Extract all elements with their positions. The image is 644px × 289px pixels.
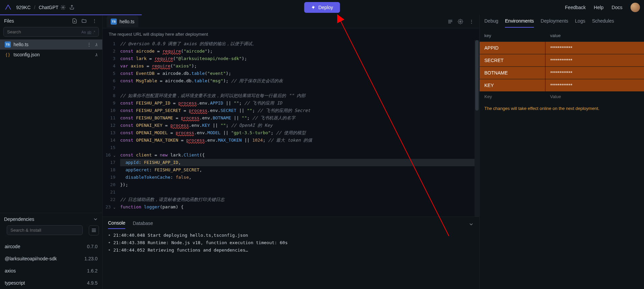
tab-deployments[interactable]: Deployments [541, 18, 568, 28]
code-line[interactable]: function logger(param) { [120, 203, 479, 211]
code-line[interactable]: const FEISHU_APP_SECRET = process.env.SE… [120, 107, 479, 114]
code-line[interactable]: appSecret: FEISHU_APP_SECRET, [120, 166, 479, 174]
code-line[interactable]: const EventDB = aircode.db.table("event"… [120, 70, 479, 77]
file-list: TShello.ts⋮λ{ }tsconfig.jsonλ [0, 39, 102, 60]
code-line[interactable] [120, 189, 479, 196]
file-name: tsconfig.json [14, 52, 40, 57]
env-value[interactable]: ************ [545, 79, 644, 92]
right-panel: DebugEnvironmentsDeploymentsLogsSchedule… [479, 15, 644, 289]
code-line[interactable]: const FEISHU_BOTNAME = process.env.BOTNA… [120, 114, 479, 122]
settings-icon[interactable] [458, 19, 463, 24]
code-line[interactable]: const OPENAI_MODEL = process.env.MODEL |… [120, 129, 479, 137]
search-case-icon[interactable]: Aa [81, 30, 86, 34]
topbar-right: Feedback Help Docs [565, 3, 640, 12]
env-value-input[interactable] [550, 94, 639, 99]
env-row[interactable]: APPID************ [480, 42, 644, 54]
dep-row[interactable]: aircode0.7.0 [0, 240, 102, 253]
gear-icon[interactable] [60, 5, 66, 10]
env-row[interactable]: SECRET************ [480, 54, 644, 67]
breadcrumb-project[interactable]: 929KC [16, 5, 31, 10]
code-line[interactable]: const aircode = require("aircode"); [120, 48, 479, 55]
code-line[interactable]: var axios = require("axios"); [120, 62, 479, 70]
code-line[interactable] [120, 85, 479, 92]
code-line[interactable]: const lark = require("@larksuiteoapi/nod… [120, 55, 479, 62]
dependencies-header[interactable]: Dependencies [0, 213, 102, 225]
chevron-down-icon[interactable] [93, 216, 98, 222]
code-line[interactable]: appId: FEISHU_APP_ID, [120, 159, 479, 166]
env-value[interactable]: ************ [545, 54, 644, 67]
env-table: key value APPID************SECRET*******… [480, 30, 644, 101]
console-body[interactable]: 21:40:40.048 Start deploying hello.ts,ts… [103, 229, 479, 289]
list-icon[interactable] [448, 19, 453, 24]
console-tab-console[interactable]: Console [108, 220, 125, 229]
env-row[interactable]: BOTNAME************ [480, 67, 644, 79]
file-more-icon[interactable]: ⋮ [85, 42, 93, 47]
files-search-input[interactable] [7, 29, 81, 34]
deps-search-input[interactable] [10, 228, 79, 233]
new-folder-icon[interactable] [81, 18, 87, 24]
code-line[interactable]: // 如果你不想配置环境变量，或环境变量不生效，则可以把结果填写在每一行最后的 … [120, 92, 479, 99]
code-line[interactable]: const FEISHU_APP_ID = process.env.APPID … [120, 99, 479, 107]
tab-debug[interactable]: Debug [484, 18, 498, 28]
code-line[interactable]: }); [120, 181, 479, 189]
share-icon[interactable] [69, 5, 75, 10]
code-line[interactable]: // 日志辅助函数，请贡献者使用此函数打印关键日志 [120, 196, 479, 203]
help-link[interactable]: Help [594, 5, 603, 10]
code-line[interactable]: const MsgTable = aircode.db.table("msg")… [120, 77, 479, 85]
breadcrumb-app[interactable]: ChatGPT [39, 5, 66, 10]
deps-menu-button[interactable] [89, 225, 99, 235]
dep-row[interactable]: axios1.6.2 [0, 265, 102, 277]
env-row[interactable]: KEY************ [480, 79, 644, 92]
code-line[interactable]: const OPENAI_KEY = process.env.KEY || ""… [120, 122, 479, 129]
env-value[interactable]: ************ [545, 67, 644, 79]
deploy-button[interactable]: Deploy [304, 2, 340, 13]
editor-gutter: 12345678910111213141516 ⌄17181920212223 … [103, 40, 120, 216]
editor-more-icon[interactable]: ⋮ [468, 19, 475, 24]
code-line[interactable]: const client = new lark.Client({ [120, 151, 479, 159]
file-row[interactable]: { }tsconfig.jsonλ [0, 50, 102, 60]
deps-search[interactable] [7, 225, 83, 235]
files-search[interactable]: Aa ab .* [3, 27, 99, 37]
search-regex-icon[interactable]: .* [93, 30, 95, 34]
lambda-icon: λ [96, 42, 98, 47]
code-editor[interactable]: 12345678910111213141516 ⌄17181920212223 … [103, 40, 479, 216]
file-row[interactable]: TShello.ts⋮λ [0, 39, 102, 50]
url-hint: The request URL will display here after … [103, 28, 479, 40]
code-line[interactable]: // @version 0.0.9 调整了 axios 的报错的输出，以便于调试… [120, 40, 479, 48]
code-line[interactable]: disableTokenCache: false, [120, 174, 479, 181]
tab-logs[interactable]: Logs [575, 18, 585, 28]
new-file-icon[interactable] [72, 18, 77, 24]
editor-scrollbar[interactable] [475, 40, 479, 216]
log-line: 21:40:43.308 Runtime: Node.js v18, funct… [108, 239, 474, 247]
env-key[interactable]: SECRET [480, 54, 545, 67]
env-value[interactable]: ************ [545, 42, 644, 54]
dep-name: axios [5, 268, 16, 273]
console-collapse-icon[interactable] [468, 222, 474, 228]
editor-tab[interactable]: TS hello.ts [107, 16, 138, 27]
tab-environments[interactable]: Environments [505, 18, 534, 28]
env-key-input[interactable] [484, 94, 541, 99]
topbar-left: 929KC / ChatGPT [4, 3, 75, 11]
avatar[interactable] [630, 3, 640, 12]
code-line[interactable]: const OPENAI_MAX_TOKEN = process.env.MAX… [120, 137, 479, 144]
console-panel: ConsoleDatabase 21:40:40.048 Start deplo… [103, 216, 479, 289]
dep-row[interactable]: typescript4.9.5 [0, 277, 102, 289]
console-tab-database[interactable]: Database [133, 221, 153, 229]
log-line: 21:40:40.048 Start deploying hello.ts,ts… [108, 232, 474, 239]
dep-row[interactable]: @larksuiteoapi/node-sdk1.23.0 [0, 253, 102, 265]
files-title: Files [4, 18, 14, 24]
files-more-icon[interactable]: ⋮ [91, 18, 98, 24]
editor-tab-bar: TS hello.ts ⋮ [103, 15, 479, 28]
tab-schedules[interactable]: Schedules [592, 18, 614, 28]
env-key[interactable]: KEY [480, 79, 545, 92]
logo-icon[interactable] [4, 3, 12, 11]
env-key[interactable]: APPID [480, 42, 545, 54]
dep-name: aircode [5, 244, 20, 249]
feedback-link[interactable]: Feedback [565, 5, 586, 10]
env-key[interactable]: BOTNAME [480, 67, 545, 79]
editor-body[interactable]: // @version 0.0.9 调整了 axios 的报错的输出，以便于调试… [120, 40, 479, 216]
code-line[interactable] [120, 144, 479, 151]
docs-link[interactable]: Docs [612, 5, 622, 10]
scroll-thumb[interactable] [475, 40, 479, 111]
search-word-icon[interactable]: ab [87, 30, 91, 34]
